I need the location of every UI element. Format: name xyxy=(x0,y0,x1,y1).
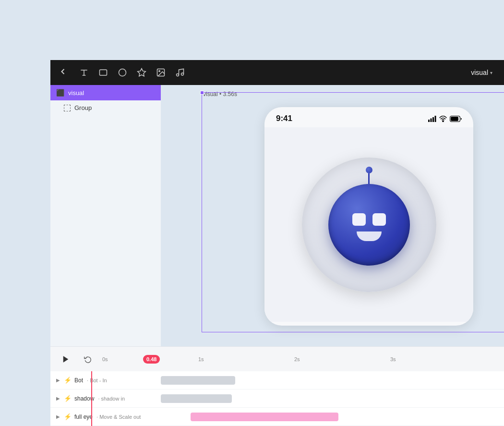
robot-eye-left xyxy=(352,213,366,226)
time-marker-2s: 2s xyxy=(294,356,300,362)
track-label-bot: ▶ ⚡ Bot · Bot - In xyxy=(50,377,161,384)
svg-rect-13 xyxy=(451,117,458,121)
svg-point-11 xyxy=(443,121,444,122)
playhead xyxy=(91,371,92,426)
svg-point-5 xyxy=(177,74,179,76)
group-dashed-icon xyxy=(64,105,71,111)
track-row: ▶ ⚡ Bot · Bot - In xyxy=(50,371,504,389)
chevron-down-icon: ▾ xyxy=(490,70,492,75)
lightning-icon-full-eye: ⚡ xyxy=(64,413,72,420)
svg-rect-0 xyxy=(100,70,107,75)
timeline-tracks: ▶ ⚡ Bot · Bot - In ▶ ⚡ shadow · shadow i… xyxy=(50,371,504,426)
rect-tool[interactable] xyxy=(98,68,108,77)
robot-eyes xyxy=(352,213,386,226)
phone-mockup: 9:41 xyxy=(264,107,473,326)
time-marker-1s: 1s xyxy=(198,356,204,362)
corner-handle-tl[interactable] xyxy=(200,91,204,95)
sidebar-item-group[interactable]: Group xyxy=(50,100,161,115)
track-row-full-eye: ▶ ⚡ full eye · Move & Scale out xyxy=(50,408,504,426)
lightning-icon-shadow: ⚡ xyxy=(64,395,72,402)
expand-icon-shadow[interactable]: ▶ xyxy=(56,396,60,401)
visual-frame-icon: ⬛ xyxy=(56,89,64,97)
text-tool[interactable] xyxy=(79,68,89,77)
svg-marker-14 xyxy=(63,356,69,363)
expand-icon-bot[interactable]: ▶ xyxy=(56,377,60,383)
track-bar-bot[interactable] xyxy=(161,376,235,385)
svg-marker-2 xyxy=(138,69,146,76)
replay-button[interactable] xyxy=(81,353,95,366)
track-sub-full-eye: · Move & Scale out xyxy=(96,414,141,420)
track-label-shadow: ▶ ⚡ shadow · shadow in xyxy=(50,395,161,402)
svg-rect-7 xyxy=(428,120,430,122)
sidebar-visual-label: visual xyxy=(68,89,84,97)
svg-rect-9 xyxy=(432,117,434,122)
track-sub-bot: · Bot - In xyxy=(87,377,107,383)
play-button[interactable] xyxy=(58,352,73,367)
expand-icon-full-eye[interactable]: ▶ xyxy=(56,414,60,419)
svg-point-4 xyxy=(159,71,160,72)
star-tool[interactable] xyxy=(137,68,146,77)
track-bar-shadow[interactable] xyxy=(161,394,232,403)
track-name-bot: Bot xyxy=(74,377,83,384)
phone-status-bar: 9:41 xyxy=(264,107,473,127)
track-bar-full-eye[interactable] xyxy=(191,413,338,421)
canvas-frame[interactable]: 9:41 xyxy=(202,92,504,332)
timeline-ruler: 0s 0.48 1s 2s 3s xyxy=(102,347,496,372)
track-name-full-eye: full eye xyxy=(74,414,93,420)
robot-antenna xyxy=(366,167,372,184)
phone-content xyxy=(264,127,473,322)
robot-container xyxy=(302,158,436,292)
project-title[interactable]: visual ▾ xyxy=(471,69,492,76)
timeline-controls: 0s 0.48 1s 2s 3s xyxy=(50,346,504,371)
svg-point-6 xyxy=(181,73,184,75)
track-timeline-full-eye xyxy=(161,408,504,426)
robot-antenna-stick xyxy=(368,173,370,184)
robot-body xyxy=(328,184,410,266)
robot-antenna-ball xyxy=(366,167,372,173)
track-timeline-shadow xyxy=(161,389,504,407)
svg-rect-10 xyxy=(435,116,436,122)
back-button[interactable] xyxy=(58,67,68,79)
time-marker-0s: 0s xyxy=(102,356,108,362)
robot-eye-right xyxy=(372,213,386,226)
image-tool[interactable] xyxy=(156,68,166,77)
phone-status-icons xyxy=(428,116,462,122)
phone-time: 9:41 xyxy=(276,114,292,123)
track-timeline-bot xyxy=(161,371,504,389)
current-time-badge[interactable]: 0.48 xyxy=(143,355,160,364)
lightning-icon-bot: ⚡ xyxy=(64,377,72,384)
svg-point-1 xyxy=(119,69,126,76)
toolbar: visual ▾ xyxy=(50,60,504,85)
track-sub-shadow: · shadow in xyxy=(98,396,125,402)
audio-tool[interactable] xyxy=(175,68,185,77)
timeline-section: 0s 0.48 1s 2s 3s ▶ ⚡ Bot · Bot - In ▶ xyxy=(50,346,504,426)
tool-group xyxy=(79,68,459,77)
sidebar-group-label: Group xyxy=(74,104,92,111)
svg-rect-8 xyxy=(431,118,432,122)
track-label-full-eye: ▶ ⚡ full eye · Move & Scale out xyxy=(50,413,161,420)
robot-mouth xyxy=(357,231,382,241)
sidebar-item-visual[interactable]: ⬛ visual xyxy=(50,85,161,100)
time-marker-3s: 3s xyxy=(390,356,396,362)
circle-tool[interactable] xyxy=(118,68,127,77)
track-row-shadow: ▶ ⚡ shadow · shadow in xyxy=(50,389,504,408)
